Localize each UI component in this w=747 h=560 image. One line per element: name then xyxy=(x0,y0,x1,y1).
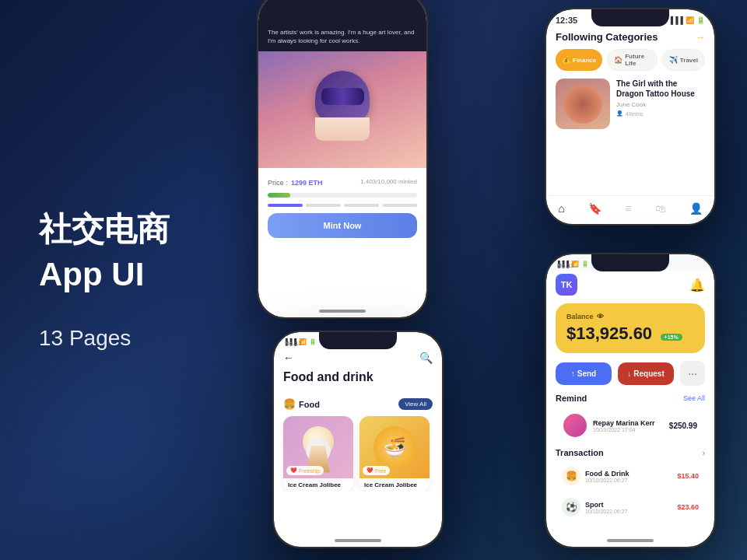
balance-amount: $13,925.60 xyxy=(566,324,652,343)
remind-title: Remind xyxy=(556,394,587,403)
bell-icon[interactable]: 🔔 xyxy=(689,278,705,292)
more-button[interactable]: ··· xyxy=(680,361,705,386)
travel-icon: ✈️ xyxy=(669,56,678,64)
home-bar-nft xyxy=(319,310,366,313)
tx-name-food: Food & Drink xyxy=(585,470,672,478)
nft-artwork xyxy=(258,51,426,168)
food-battery-icon: 🔋 xyxy=(309,338,317,345)
tx-amount-sport: $23.60 xyxy=(677,503,699,511)
transaction-section: Transaction › 🍔 Food & Drink 10/10/2022 … xyxy=(546,448,714,521)
food-emoji-icon: 🍔 xyxy=(283,398,296,410)
view-all-button[interactable]: View All xyxy=(398,398,433,410)
remind-name: Repay Marina Kerr xyxy=(593,419,663,427)
tx-row-food[interactable]: 🍔 Food & Drink 10/10/2022 06:27 $15.40 xyxy=(556,462,705,490)
food-card-img-1: ❤️ Freeship xyxy=(283,416,353,478)
tx-date-food: 10/10/2022 06:27 xyxy=(585,478,672,483)
following-arrow-icon[interactable]: → xyxy=(696,32,705,43)
nav-menu-icon[interactable]: ≡ xyxy=(625,202,631,215)
news-thumbnail xyxy=(556,79,610,129)
wifi-icon: 📶 xyxy=(686,16,694,24)
tx-date-sport: 10/10/2022 06:27 xyxy=(585,509,672,514)
tx-info-food: Food & Drink 10/10/2022 06:27 xyxy=(585,470,672,483)
title-chinese: 社交电商 xyxy=(39,210,170,249)
article-author: June Cook xyxy=(616,101,705,108)
price-label: Price : xyxy=(268,179,288,187)
notch-news xyxy=(591,9,669,26)
tx-amount-food: $15.40 xyxy=(677,472,699,480)
balance-eye-icon: 👁 xyxy=(597,313,604,320)
remind-section: Remind See All Repay Marina Kerr 10/10/2… xyxy=(546,394,714,448)
food-page-title: Food and drink xyxy=(283,370,433,384)
device-label-finance: No.13 xyxy=(557,262,574,269)
food-category-label: 🍔 Food xyxy=(283,398,320,410)
see-all-link[interactable]: See All xyxy=(683,394,705,402)
phone-food-screen: No.13 ▐▐▐ 📶 🔋 ← 🔍 Food and drink 🍔 Food … xyxy=(274,332,442,547)
tab-travel[interactable]: ✈️ Travel xyxy=(662,49,705,71)
nav-bookmark-icon[interactable]: 🔖 xyxy=(588,202,601,215)
remind-card[interactable]: Repay Marina Kerr 10/10/2022 17:04 $250.… xyxy=(556,408,705,443)
nav-profile-icon[interactable]: 👤 xyxy=(689,202,703,215)
tab-finance-label: Finance xyxy=(573,57,596,64)
freeship-badge-2: ❤️ Free xyxy=(363,466,390,475)
category-tabs: 💰 Finance 🏠 Future Life ✈️ Travel xyxy=(546,49,714,79)
badge-text-2: Free xyxy=(375,468,386,474)
request-button[interactable]: ↓ Request xyxy=(618,362,674,385)
price-value: 1299 ETH xyxy=(291,179,323,187)
send-label: Send xyxy=(577,369,596,378)
tx-name-sport: Sport xyxy=(585,501,672,509)
balance-card: Balance 👁 $13,925.60 +15% xyxy=(556,303,705,353)
send-icon: ↑ xyxy=(571,369,575,378)
transaction-header: Transaction › xyxy=(556,448,705,457)
remind-info: Repay Marina Kerr 10/10/2022 17:04 xyxy=(593,419,663,432)
news-info: The Girl with the Dragon Tattoo House Ju… xyxy=(616,79,705,129)
back-button[interactable]: ← xyxy=(283,352,294,364)
finance-battery-icon: 🔋 xyxy=(581,261,589,268)
badge-text-1: Freeship xyxy=(299,468,320,474)
freeship-badge-1: ❤️ Freeship xyxy=(286,466,324,475)
vr-hair xyxy=(315,117,370,141)
minted-count: 1,403/10,000 minted xyxy=(360,178,417,185)
remind-amount: $250.99 xyxy=(669,422,697,430)
send-button[interactable]: ↑ Send xyxy=(556,362,612,385)
food-title-section: Food and drink xyxy=(274,370,442,392)
mint-button[interactable]: Mint Now xyxy=(268,213,417,238)
phone-news: 12:35 ▐▐▐ 📶 🔋 Following Categories → 💰 F… xyxy=(545,8,716,226)
tab-finance[interactable]: 💰 Finance xyxy=(556,49,602,71)
food-card-2[interactable]: 🍜 ❤️ Free Ice Cream Jolibee xyxy=(359,416,430,492)
transaction-arrow-icon[interactable]: › xyxy=(703,449,705,457)
device-label-food: No.13 xyxy=(285,340,302,347)
food-category-row: 🍔 Food View All xyxy=(274,392,442,416)
food-card-1[interactable]: ❤️ Freeship Ice Cream Jolibee xyxy=(283,416,353,492)
food-cards: ❤️ Freeship Ice Cream Jolibee 🍜 ❤️ Free … xyxy=(274,416,442,492)
phone-food: No.13 ▐▐▐ 📶 🔋 ← 🔍 Food and drink 🍔 Food … xyxy=(272,331,444,548)
tx-icon-food: 🍔 xyxy=(562,467,580,485)
remind-avatar xyxy=(563,414,587,437)
nft-review-text: The artists' work is amazing. I'm a huge… xyxy=(268,28,417,45)
request-icon: ↓ xyxy=(627,369,631,378)
left-panel: 社交电商 App UI 13 Pages xyxy=(39,210,170,351)
heart-icon: ❤️ xyxy=(290,467,297,474)
notch-food xyxy=(319,332,397,349)
status-icons: ▐▐▐ 📶 🔋 xyxy=(668,16,705,24)
following-header: Following Categories → xyxy=(546,28,714,49)
news-card[interactable]: The Girl with the Dragon Tattoo House Ju… xyxy=(546,79,714,137)
tx-icon-sport: ⚽ xyxy=(562,498,580,516)
home-bar-food xyxy=(335,539,381,542)
nav-home-icon[interactable]: ⌂ xyxy=(558,202,564,215)
news-time: 12:35 xyxy=(556,16,577,25)
food-nav: ← 🔍 xyxy=(274,348,442,370)
search-button[interactable]: 🔍 xyxy=(419,352,433,364)
nav-cart-icon[interactable]: 🛍 xyxy=(655,202,666,215)
balance-badge: +15% xyxy=(661,334,682,341)
swirl-decoration xyxy=(563,85,602,124)
title-english: App UI xyxy=(39,255,170,294)
remind-header: Remind See All xyxy=(556,394,705,403)
phone-finance-screen: No.13 ▐▐▐ 📶 🔋 TK 🔔 Balance 👁 $13,925.60 … xyxy=(546,254,714,547)
heart-icon-2: ❤️ xyxy=(366,467,374,474)
balance-label: Balance 👁 xyxy=(566,313,694,320)
signal-icon: ▐▐▐ xyxy=(668,16,683,24)
food-item-name-1: Ice Cream Jolibee xyxy=(283,478,353,492)
tx-row-sport[interactable]: ⚽ Sport 10/10/2022 06:27 $23.60 xyxy=(556,493,705,521)
tab-future-life[interactable]: 🏠 Future Life xyxy=(607,49,658,71)
article-title: The Girl with the Dragon Tattoo House xyxy=(616,79,705,99)
